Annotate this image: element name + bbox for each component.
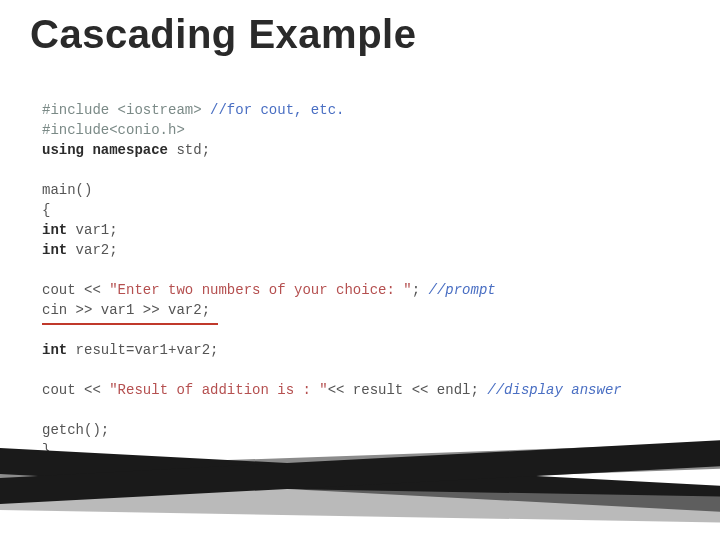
code-line: main() — [42, 182, 92, 198]
code-keyword: int — [42, 222, 76, 238]
code-keyword: int — [42, 342, 76, 358]
code-line: } — [42, 442, 50, 458]
deco-gray-bar-2 — [0, 484, 720, 523]
code-line: cin >> var1 >> var2; — [42, 302, 210, 318]
underline-annotation — [42, 323, 218, 325]
slide-title: Cascading Example — [30, 12, 416, 57]
code-keyword: using namespace — [42, 142, 176, 158]
code-id: << result << endl; — [328, 382, 488, 398]
code-line: #include <iostream> — [42, 102, 210, 118]
code-id: cout << — [42, 282, 109, 298]
code-id: var1; — [76, 222, 118, 238]
code-id: cout << — [42, 382, 109, 398]
code-id: ; — [412, 282, 429, 298]
code-comment: //prompt — [428, 282, 495, 298]
slide: Cascading Example #include <iostream> //… — [0, 0, 720, 540]
code-line: { — [42, 202, 50, 218]
code-string: "Result of addition is : " — [109, 382, 327, 398]
code-string: "Enter two numbers of your choice: " — [109, 282, 411, 298]
code-id: std; — [176, 142, 210, 158]
code-comment: //display answer — [487, 382, 621, 398]
code-comment: //for cout, etc. — [210, 102, 344, 118]
code-id: var2; — [76, 242, 118, 258]
code-id: result=var1+var2; — [76, 342, 219, 358]
code-keyword: int — [42, 242, 76, 258]
code-line: getch(); — [42, 422, 109, 438]
code-line: #include<conio.h> — [42, 122, 185, 138]
code-block: #include <iostream> //for cout, etc. #in… — [42, 100, 622, 460]
